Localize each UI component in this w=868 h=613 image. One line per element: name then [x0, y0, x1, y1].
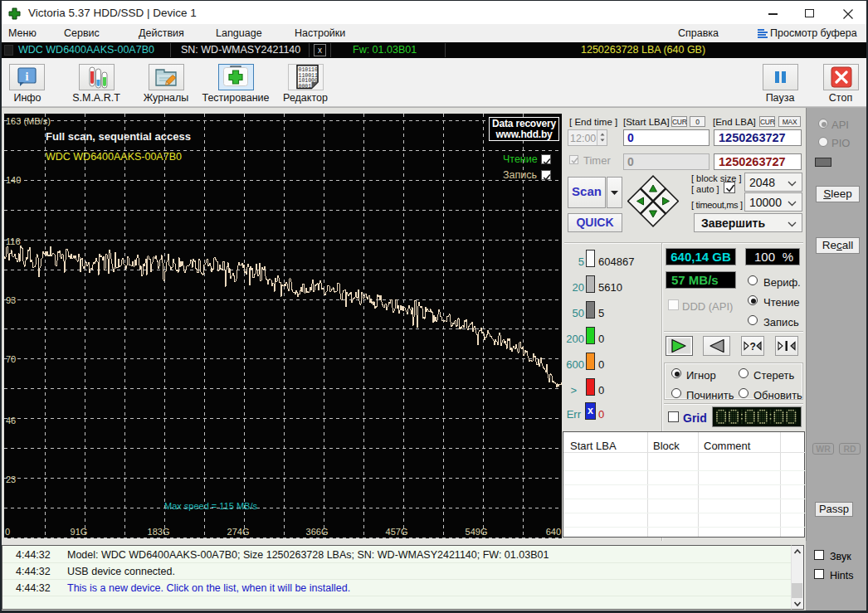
svg-text:?: ? — [750, 341, 756, 353]
svg-text:0001: 0001 — [299, 84, 312, 90]
svg-text:i: i — [26, 71, 29, 83]
